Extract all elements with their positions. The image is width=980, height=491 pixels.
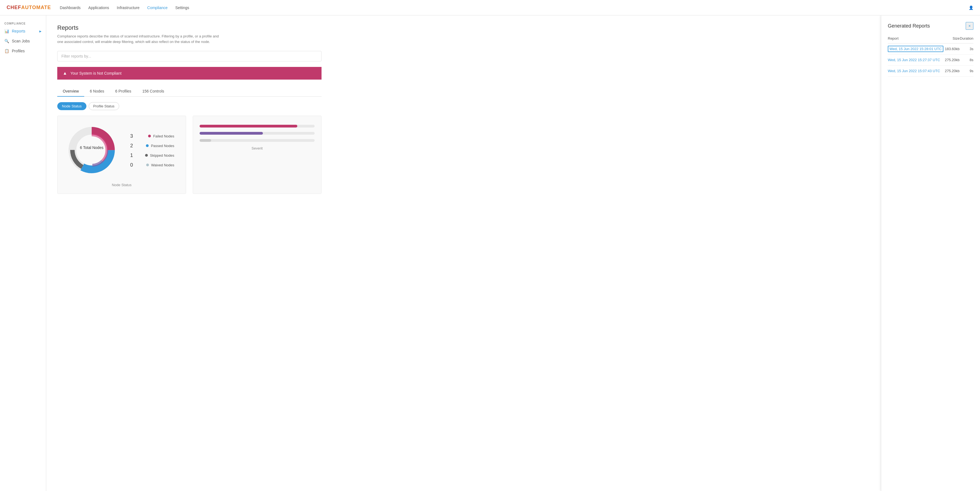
logo-chef: CHEF [6, 5, 21, 10]
failed-dot [148, 135, 151, 137]
chart-section: 6 Total Nodes 3 Failed Nodes [57, 116, 321, 194]
scan-jobs-icon: 🔍 [5, 39, 9, 43]
skipped-dot [145, 154, 148, 157]
report-size-1: 275.20kb [945, 54, 959, 65]
tab-profiles[interactable]: 6 Profiles [110, 86, 137, 97]
toggle-node-status[interactable]: Node Status [57, 102, 86, 110]
sidebar-item-scan-jobs-label: Scan Jobs [12, 39, 30, 43]
filter-input[interactable]: Filter reports by... [57, 51, 321, 61]
reports-table: Report Size Duration Wed, 15 Jun 2022 15… [888, 37, 974, 77]
toggle-profile-status[interactable]: Profile Status [89, 102, 119, 110]
severity-bar-major [200, 132, 315, 135]
report-link-0[interactable]: Wed, 15 Jun 2022 15:28:01 UTC [888, 46, 943, 52]
sidebar: COMPLIANCE 📊 Reports ▶ 🔍 Scan Jobs 📋 Pro… [0, 16, 46, 491]
col-duration: Duration [959, 37, 974, 43]
report-date-2: Wed, 15 Jun 2022 15:07:43 UTC [888, 65, 945, 77]
report-size-0: 183.60kb [945, 43, 959, 54]
legend-failed-count: 3 [130, 133, 133, 139]
logo: CHEFAUTOMATE [6, 5, 51, 10]
nav-applications[interactable]: Applications [88, 5, 109, 11]
legend-skipped-count: 1 [130, 153, 133, 158]
legend-passed-dot-label: Passed Nodes [146, 144, 174, 148]
report-date-1: Wed, 15 Jun 2022 15:27:37 UTC [888, 54, 945, 65]
reports-table-body: Wed, 15 Jun 2022 15:28:01 UTC 183.60kb 3… [888, 43, 974, 77]
severity-bar-minor [200, 139, 315, 142]
nav-dashboards[interactable]: Dashboards [60, 5, 81, 11]
skipped-label: Skipped Nodes [150, 153, 174, 158]
severity-bars [200, 123, 315, 142]
panel-title: Generated Reports [888, 23, 930, 29]
nav-user-icon[interactable]: 👤 [969, 5, 974, 10]
main-content: Reports Compliance reports describe the … [46, 16, 980, 491]
table-row: Wed, 15 Jun 2022 15:07:43 UTC 275.20kb 9… [888, 65, 974, 77]
failed-label: Failed Nodes [153, 134, 174, 138]
node-status-label: Node Status [64, 183, 179, 187]
donut-container: 6 Total Nodes 3 Failed Nodes [64, 123, 179, 179]
reports-table-header-row: Report Size Duration [888, 37, 974, 43]
report-size-2: 275.20kb [945, 65, 959, 77]
status-toggle: Node Status Profile Status [57, 102, 969, 110]
reports-icon: 📊 [5, 29, 9, 33]
legend-failed: 3 Failed Nodes [130, 133, 174, 139]
sidebar-arrow-reports: ▶ [39, 30, 41, 33]
donut-svg-wrapper: 6 Total Nodes [64, 123, 119, 179]
report-link-2[interactable]: Wed, 15 Jun 2022 15:07:43 UTC [888, 69, 940, 73]
bar-fill-3 [200, 139, 211, 142]
nav-compliance[interactable]: Compliance [147, 5, 168, 11]
nav-settings[interactable]: Settings [175, 5, 189, 11]
tab-controls[interactable]: 156 Controls [137, 86, 170, 97]
alert-banner: ▲ Your System is Not Compliant [57, 67, 321, 80]
report-duration-2: 9s [959, 65, 974, 77]
alert-icon: ▲ [63, 71, 67, 76]
svg-text:6 Total Nodes: 6 Total Nodes [80, 145, 103, 150]
legend-waived-dot-label: Waived Nodes [146, 163, 174, 167]
panel-close-button[interactable]: × [966, 22, 974, 30]
waived-label: Waived Nodes [151, 163, 174, 167]
sidebar-item-scan-jobs[interactable]: 🔍 Scan Jobs [0, 36, 46, 46]
legend-passed: 2 Passed Nodes [130, 143, 174, 149]
tabs-row: Overview 6 Nodes 6 Profiles 156 Controls [57, 86, 321, 97]
sidebar-item-reports[interactable]: 📊 Reports ▶ [0, 26, 46, 36]
sidebar-item-profiles-label: Profiles [12, 49, 25, 53]
bar-track-1 [200, 125, 315, 128]
legend-skipped-dot-label: Skipped Nodes [145, 153, 174, 158]
tab-overview[interactable]: Overview [57, 86, 84, 97]
svg-point-4 [76, 135, 107, 165]
top-nav: CHEFAUTOMATE Dashboards Applications Inf… [0, 0, 980, 16]
tab-nodes[interactable]: 6 Nodes [84, 86, 110, 97]
sidebar-item-reports-label: Reports [12, 29, 25, 33]
passed-dot [146, 144, 149, 147]
table-row: Wed, 15 Jun 2022 15:27:37 UTC 275.20kb 8… [888, 54, 974, 65]
nav-infrastructure[interactable]: Infrastructure [117, 5, 139, 11]
page-subtitle: Compliance reports describe the status o… [57, 33, 223, 44]
reports-panel: Generated Reports × Report Size Duration… [881, 16, 980, 491]
report-link-1[interactable]: Wed, 15 Jun 2022 15:27:37 UTC [888, 58, 940, 62]
bar-fill-1 [200, 125, 297, 128]
bar-track-2 [200, 132, 315, 135]
donut-chart: 6 Total Nodes [64, 123, 119, 178]
reports-table-head: Report Size Duration [888, 37, 974, 43]
sidebar-section-label: COMPLIANCE [0, 20, 46, 26]
bar-fill-2 [200, 132, 263, 135]
passed-label: Passed Nodes [151, 144, 174, 148]
report-duration-0: 3s [959, 43, 974, 54]
col-report: Report [888, 37, 945, 43]
severity-label: Severit [200, 146, 315, 150]
legend-waived: 0 Waived Nodes [130, 162, 174, 168]
table-row: Wed, 15 Jun 2022 15:28:01 UTC 183.60kb 3… [888, 43, 974, 54]
profiles-icon: 📋 [5, 49, 9, 53]
page-title: Reports [57, 24, 969, 31]
donut-legend: 3 Failed Nodes 2 Passed Nodes [130, 133, 174, 168]
legend-skipped: 1 Skipped Nodes [130, 153, 174, 158]
legend-passed-count: 2 [130, 143, 133, 149]
waived-dot [146, 164, 149, 166]
report-duration-1: 8s [959, 54, 974, 65]
bar-track-3 [200, 139, 315, 142]
logo-automate: AUTOMATE [21, 5, 51, 10]
donut-chart-card: 6 Total Nodes 3 Failed Nodes [57, 116, 186, 194]
sidebar-item-profiles[interactable]: 📋 Profiles [0, 46, 46, 56]
report-date-0: Wed, 15 Jun 2022 15:28:01 UTC [888, 43, 945, 54]
severity-bar-critical [200, 125, 315, 128]
panel-header: Generated Reports × [888, 22, 974, 30]
layout: COMPLIANCE 📊 Reports ▶ 🔍 Scan Jobs 📋 Pro… [0, 16, 980, 491]
